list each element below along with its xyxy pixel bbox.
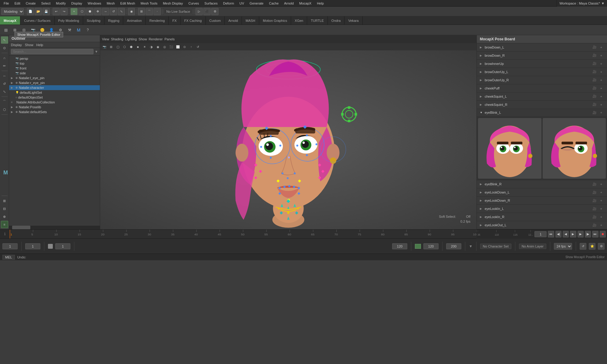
add-browInnerUp[interactable]: +	[599, 61, 604, 66]
paint-tool[interactable]: ✏	[1, 62, 8, 69]
menu-edit[interactable]: Edit	[12, 1, 23, 6]
pose-cheekSquint-L[interactable]: ▶ cheekSquint_L 🎥 +	[477, 93, 607, 101]
add-cheekSquint-R[interactable]: +	[599, 102, 604, 107]
camera-eyeBlink-L[interactable]: 🎥	[592, 110, 597, 115]
timeline[interactable]: 1 1 5 10 15 20 25 30 35 40 45 50	[0, 229, 607, 238]
vp-icon-motion[interactable]: ⬜	[175, 44, 181, 49]
menu-mesh-display[interactable]: Mesh Display	[161, 1, 185, 6]
play-btn[interactable]: ▶	[570, 231, 576, 238]
current-frame-field-2[interactable]	[55, 243, 70, 249]
search-dropdown-icon[interactable]: ▼	[95, 50, 98, 53]
anim-max-field[interactable]	[446, 243, 461, 249]
camera-eyeLookDown-R[interactable]: 🎥	[592, 198, 597, 203]
pose-cheekPuff[interactable]: ▶ cheekPuff 🎥 +	[477, 84, 607, 93]
loop-btn[interactable]: ↺	[580, 243, 586, 250]
tab-vekara[interactable]: Vekara	[344, 16, 362, 25]
frame-input[interactable]	[534, 231, 547, 237]
add-eyeLookOut-L[interactable]: +	[599, 222, 604, 228]
pose-cheekSquint-R[interactable]: ▶ cheekSquint_R 🎥 +	[477, 101, 607, 109]
record-btn[interactable]: ⏺	[600, 231, 606, 238]
script-editor-tool[interactable]: ≡	[1, 221, 8, 228]
pose-browInnerUp[interactable]: ▶ browInnerUp 🎥 +	[477, 60, 607, 68]
outliner-help[interactable]: Help	[36, 43, 43, 47]
workspace-dropdown-icon[interactable]: ▼	[601, 2, 605, 5]
next-frame-btn[interactable]: ▶	[578, 231, 584, 238]
pose-browDown-R[interactable]: ▶ browDown_R 🎥 +	[477, 52, 607, 60]
add-browDown-L[interactable]: +	[599, 45, 604, 50]
snap-curve-btn[interactable]: ⌒	[146, 8, 153, 15]
menu-modify[interactable]: Modify	[53, 1, 68, 6]
tab-animation[interactable]: Animation	[123, 16, 146, 25]
outliner-show[interactable]: Show	[25, 43, 33, 47]
next-key-btn[interactable]: |▶	[585, 231, 591, 238]
deform-tool[interactable]: ⬡	[1, 106, 8, 113]
camera-browDown-R[interactable]: 🎥	[592, 53, 597, 58]
no-anim-layer[interactable]: No Anim Layer	[519, 244, 546, 249]
vp-icon-depth[interactable]: ⬛	[168, 44, 174, 49]
pose-eyeLookIn-L[interactable]: ▶ eyeLookIn_L 🎥 +	[477, 205, 607, 213]
vp-icon-wireframe[interactable]: ⬡	[121, 44, 127, 49]
vp-icon-camera[interactable]: 📷	[101, 44, 107, 49]
menu-select[interactable]: Select	[39, 1, 53, 6]
sculpt-tool[interactable]: ⌒	[1, 98, 8, 105]
pose-eyeLookOut-L[interactable]: ▶ eyeLookOut_L 🎥 +	[477, 221, 607, 229]
tab-poly-modeling[interactable]: Poly Modeling	[55, 16, 83, 25]
pose-eyeBlink-L[interactable]: ▼ eyeBlink_L 🎥 +	[477, 109, 607, 117]
vp-icon-aa[interactable]: ◎	[161, 44, 168, 49]
camera-cheekSquint-L[interactable]: 🎥	[592, 94, 597, 99]
scale-btn[interactable]: ⤡	[118, 8, 125, 15]
bookmark-btn[interactable]: ⭐	[589, 243, 595, 250]
tab-custom[interactable]: Custom	[206, 16, 225, 25]
camera-eyeBlink-R[interactable]: 🎥	[592, 181, 597, 187]
camera-cheekPuff[interactable]: 🎥	[592, 86, 597, 91]
vp-icon-normals[interactable]: ↑	[188, 44, 194, 49]
rotate-btn[interactable]: ↺	[110, 8, 117, 15]
pose-eyeLookIn-R[interactable]: ▶ eyeLookIn_R 🎥 +	[477, 213, 607, 221]
paint-select-btn[interactable]: ⬢	[86, 8, 93, 15]
icon-tools[interactable]: ⚒	[66, 26, 73, 34]
first-frame-btn[interactable]: ⏮	[548, 231, 554, 238]
camera-eyeLookOut-L[interactable]: 🎥	[592, 222, 597, 228]
pose-browOuterUp-R[interactable]: ▶ browOuterUp_R 🎥 +	[477, 76, 607, 84]
add-cheekSquint-L[interactable]: +	[599, 94, 604, 99]
misc-tool-2[interactable]: ⊕	[1, 213, 8, 220]
pose-eyeBlink-R[interactable]: ▶ eyeBlink_R 🎥 +	[477, 180, 607, 188]
menu-deform[interactable]: Deform	[221, 1, 236, 6]
add-eyeLookDown-L[interactable]: +	[599, 190, 604, 195]
add-browOuterUp-L[interactable]: +	[599, 69, 604, 75]
add-eyeBlink-R[interactable]: +	[599, 181, 604, 187]
no-char-set[interactable]: No Character Set	[480, 244, 511, 249]
select-tool-btn[interactable]: +	[70, 8, 78, 15]
new-file-btn[interactable]: 📄	[27, 8, 34, 15]
tab-curves-surfaces[interactable]: Curves / Surfaces	[20, 16, 54, 25]
last-frame-btn[interactable]: ⏭	[592, 231, 598, 238]
camera-eyeLookIn-R[interactable]: 🎥	[592, 214, 597, 220]
timeline-ruler[interactable]: 1 5 10 15 20 25 30 35 40 45 50 55 60	[10, 230, 476, 238]
select-tool[interactable]: ↖	[1, 36, 8, 44]
move-btn[interactable]: ↔	[102, 8, 109, 15]
camera-cheekSquint-R[interactable]: 🎥	[592, 102, 597, 107]
menu-curves[interactable]: Curves	[186, 1, 202, 6]
menu-mesh[interactable]: Mesh	[104, 1, 117, 6]
start-frame-field[interactable]	[2, 243, 18, 249]
camera-eyeLookDown-L[interactable]: 🎥	[592, 190, 597, 195]
pose-eyeLookDown-R[interactable]: ▶ eyeLookDown_R 🎥 +	[477, 197, 607, 205]
anim-icon[interactable]	[48, 244, 53, 249]
status-mode[interactable]: MEL	[2, 255, 15, 260]
tree-lightset[interactable]: 💡 defaultLightSet	[9, 90, 100, 95]
vp-menu-panels[interactable]: Panels	[164, 37, 175, 41]
tree-attrcoll[interactable]: ≡ Natalie:AttributeCollection	[9, 100, 100, 105]
menu-mocapx[interactable]: MocapX	[297, 1, 314, 6]
settings-btn-2[interactable]: ⚙	[598, 243, 605, 250]
scroll-thumb[interactable]	[12, 226, 30, 229]
menu-edit-mesh[interactable]: Edit Mesh	[118, 1, 137, 6]
frame-options-icon[interactable]: ▼	[469, 244, 473, 248]
vp-menu-renderer[interactable]: Renderer	[149, 37, 163, 41]
thumb-left[interactable]	[478, 118, 541, 179]
add-eyeLookIn-L[interactable]: +	[599, 206, 604, 211]
viewport-canvas[interactable]: Soft Select: Off 0.2 fps	[100, 50, 476, 229]
menu-cache[interactable]: Cache	[266, 1, 281, 6]
vp-menu-view[interactable]: View	[102, 37, 109, 41]
pose-eyeLookDown-L[interactable]: ▶ eyeLookDown_L 🎥 +	[477, 188, 607, 197]
outliner-display[interactable]: Display	[11, 43, 22, 47]
